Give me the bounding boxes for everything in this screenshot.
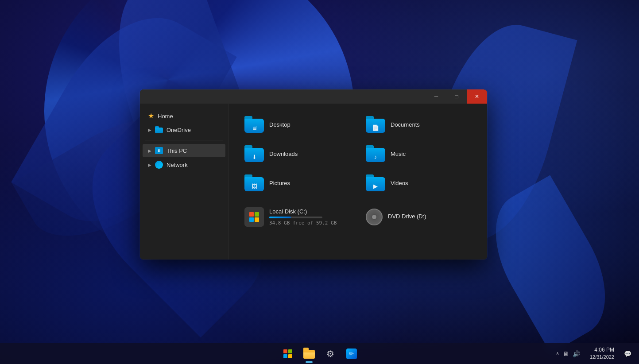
monitor-icon: 🖥	[250, 123, 259, 132]
start-button[interactable]	[278, 344, 298, 364]
folder-label: Documents	[391, 121, 420, 128]
notification-button[interactable]: 💬	[621, 348, 634, 360]
volume-icon: 🔊	[573, 350, 580, 357]
sidebar-item-label: Home	[158, 113, 173, 120]
network-icon: 🖥	[563, 350, 569, 357]
paint-icon: ✏	[346, 349, 357, 359]
folder-item-pictures[interactable]: 🖼 Pictures	[239, 171, 355, 195]
folder-item-videos[interactable]: ▶ Videos	[360, 171, 476, 195]
folder-item-desktop[interactable]: 🖥 Desktop	[239, 112, 355, 136]
document-icon: 📄	[371, 123, 380, 132]
folder-icon-desktop: 🖥	[244, 116, 264, 133]
folder-label: Videos	[391, 180, 408, 186]
dvd-drive-name: DVD Drive (D:)	[388, 213, 471, 220]
taskbar-center: ⚙ ✏	[278, 344, 361, 364]
folder-icon-pictures: 🖼	[244, 174, 264, 191]
window-controls: ─ □ ✕	[426, 89, 487, 104]
dvd-drive-icon	[366, 209, 383, 225]
c-drive-info: Local Disk (C:) 34.8 GB free of 59.2 GB	[269, 208, 350, 226]
clock-time: 4:06 PM	[590, 346, 614, 354]
expand-icon: ▶	[148, 163, 151, 167]
sidebar-item-home[interactable]: ★ Home	[143, 109, 225, 123]
globe-icon: 🌐	[155, 161, 163, 169]
sidebar-item-network[interactable]: ▶ 🌐 Network	[143, 158, 225, 172]
folder-icon	[155, 126, 163, 133]
drive-item-dvd[interactable]: DVD Drive (D:)	[360, 204, 476, 230]
sidebar-item-thispc[interactable]: ▶ 🖥 This PC	[143, 144, 225, 157]
folder-label: Desktop	[269, 121, 290, 128]
folder-item-downloads[interactable]: ⬇ Downloads	[239, 142, 355, 166]
taskbar-paint[interactable]: ✏	[342, 344, 361, 364]
taskbar-right: ∧ 🖥 🔊 4:06 PM 12/31/2022 💬	[553, 345, 634, 362]
folder-icon-videos: ▶	[366, 174, 385, 191]
windows-start-icon	[283, 349, 292, 358]
folder-item-documents[interactable]: 📄 Documents	[360, 112, 476, 136]
sidebar-item-onedrive[interactable]: ▶ OneDrive	[143, 123, 225, 136]
expand-icon: ▶	[148, 128, 151, 132]
maximize-button[interactable]: □	[446, 89, 467, 104]
star-icon: ★	[148, 112, 154, 120]
file-explorer-icon	[303, 349, 315, 359]
picture-icon: 🖼	[250, 182, 259, 190]
c-drive-icon	[244, 207, 264, 227]
folder-item-music[interactable]: ♪ Music	[360, 142, 476, 166]
c-drive-space: 34.8 GB free of 59.2 GB	[269, 220, 350, 226]
video-icon: ▶	[371, 182, 380, 190]
folder-label: Music	[391, 151, 406, 157]
clock-date: 12/31/2022	[590, 354, 614, 360]
dvd-drive-info: DVD Drive (D:)	[388, 213, 471, 221]
clock[interactable]: 4:06 PM 12/31/2022	[586, 345, 618, 362]
drive-item-c[interactable]: Local Disk (C:) 34.8 GB free of 59.2 GB	[239, 204, 355, 230]
main-content: 🖥 Desktop 📄 Documents ⬇ Downloads	[228, 104, 487, 259]
notification-icon: 💬	[624, 350, 631, 357]
taskbar: ⚙ ✏ ∧ 🖥 🔊 4:06 PM 12/31/2022 💬	[0, 343, 639, 364]
tray-icons[interactable]: ∧ 🖥 🔊	[553, 349, 583, 359]
folder-icon-downloads: ⬇	[244, 145, 264, 162]
taskbar-settings[interactable]: ⚙	[321, 344, 340, 364]
file-explorer-window: ─ □ ✕ ★ Home ▶ OneDrive	[140, 89, 487, 259]
download-icon: ⬇	[250, 152, 259, 161]
minimize-button[interactable]: ─	[426, 89, 446, 104]
music-icon: ♪	[371, 152, 380, 161]
close-button[interactable]: ✕	[467, 89, 487, 104]
chevron-up-icon: ∧	[556, 351, 559, 356]
folder-label: Pictures	[269, 180, 290, 186]
c-drive-bar-bg	[269, 217, 322, 218]
drives-section: Local Disk (C:) 34.8 GB free of 59.2 GB …	[239, 204, 476, 230]
sidebar-item-label: OneDrive	[167, 127, 191, 133]
title-bar: ─ □ ✕	[140, 89, 487, 104]
sidebar-item-label: Network	[167, 162, 188, 168]
folder-icon-documents: 📄	[366, 116, 385, 133]
expand-icon: ▶	[148, 148, 151, 153]
pc-icon: 🖥	[155, 147, 163, 154]
sidebar-item-label: This PC	[167, 147, 187, 154]
window-body: ★ Home ▶ OneDrive ▶ 🖥 This PC ▶ 🌐 Networ…	[140, 104, 487, 259]
sidebar: ★ Home ▶ OneDrive ▶ 🖥 This PC ▶ 🌐 Networ…	[140, 104, 228, 259]
sidebar-divider	[145, 140, 223, 140]
settings-gear-icon: ⚙	[325, 349, 336, 359]
folder-label: Downloads	[269, 151, 298, 157]
folder-icon-music: ♪	[366, 145, 385, 162]
taskbar-file-explorer[interactable]	[299, 344, 319, 364]
c-drive-bar-fill	[269, 217, 291, 218]
c-drive-name: Local Disk (C:)	[269, 208, 350, 215]
folder-grid: 🖥 Desktop 📄 Documents ⬇ Downloads	[239, 112, 476, 195]
windows-logo-icon	[249, 212, 259, 222]
